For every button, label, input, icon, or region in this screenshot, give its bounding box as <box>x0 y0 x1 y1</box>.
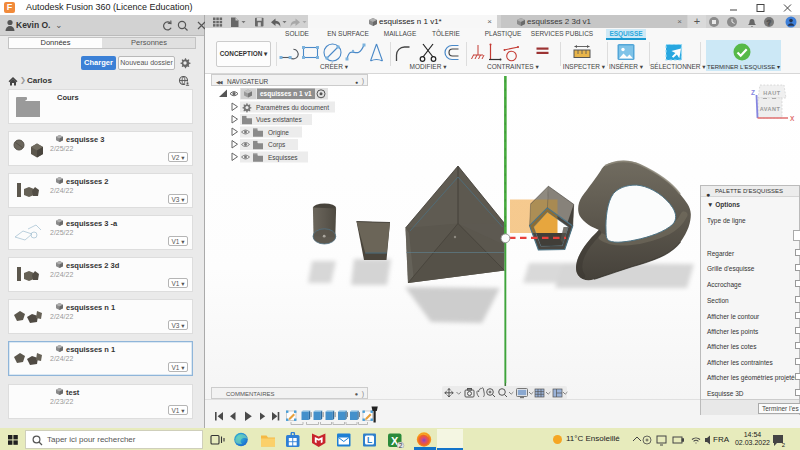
svg-text:Esquisses: Esquisses <box>268 154 298 162</box>
svg-text:Corps: Corps <box>268 141 286 149</box>
svg-text:L: L <box>367 435 372 445</box>
svg-text:?: ? <box>767 18 772 27</box>
svg-text:2: 2 <box>782 442 786 448</box>
svg-text:X: X <box>790 115 795 122</box>
svg-text:Origine: Origine <box>268 129 289 137</box>
svg-text:Vues existantes: Vues existantes <box>256 116 302 123</box>
svg-text:Z: Z <box>751 89 755 96</box>
svg-text:AVANT: AVANT <box>760 106 781 112</box>
svg-text:Paramètres du document: Paramètres du document <box>256 104 329 111</box>
svg-text:esquisses n 1 v1: esquisses n 1 v1 <box>260 90 312 98</box>
svg-text:2: 2 <box>399 442 403 448</box>
svg-text:HAUT: HAUT <box>763 90 780 96</box>
